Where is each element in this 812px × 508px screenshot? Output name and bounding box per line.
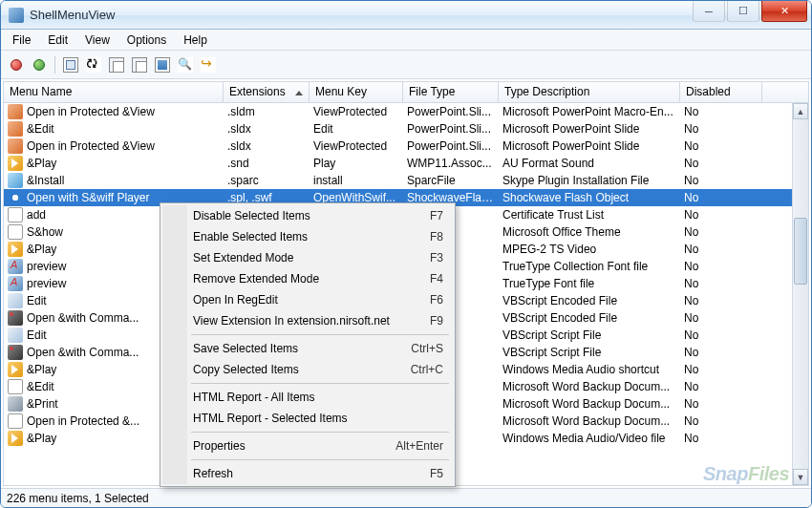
cell-disabled: No xyxy=(680,379,762,394)
cell-disabled: No xyxy=(680,207,762,222)
row-icon xyxy=(8,259,23,274)
maximize-button[interactable]: ☐ xyxy=(727,1,759,22)
scroll-thumb[interactable] xyxy=(794,218,807,285)
cell-disabled: No xyxy=(680,104,762,119)
menu-file[interactable]: File xyxy=(5,32,38,49)
context-menu-separator xyxy=(191,432,449,433)
col-header-menu-name[interactable]: Menu Name xyxy=(4,82,224,102)
row-icon xyxy=(8,345,23,360)
cell-menu-name: Open &with Comma... xyxy=(27,346,139,359)
cell-menu-name: &Install xyxy=(27,174,64,187)
cell-menu-key: install xyxy=(310,173,403,188)
disable-icon[interactable] xyxy=(9,57,24,73)
context-menu-item[interactable]: Remove Extended ModeF4 xyxy=(162,268,453,289)
cell-menu-key: Edit xyxy=(310,121,403,137)
menu-view[interactable]: View xyxy=(77,32,118,49)
close-icon: ✕ xyxy=(780,5,789,17)
find-icon[interactable]: 🔍 xyxy=(178,57,193,73)
cell-type-description: Microsoft Word Backup Docum... xyxy=(499,413,680,429)
cell-extensions: .snd xyxy=(224,156,310,171)
cell-type-description: VBScript Script File xyxy=(499,345,680,360)
cell-disabled: No xyxy=(680,396,762,412)
context-menu-item[interactable]: HTML Report - Selected Items xyxy=(162,408,453,429)
row-icon xyxy=(8,224,23,240)
table-row[interactable]: &Edit.sldxEditPowerPoint.Sli...Microsoft… xyxy=(4,120,808,138)
row-icon xyxy=(8,379,23,394)
context-menu-label: Enable Selected Items xyxy=(193,230,308,243)
col-header-disabled[interactable]: Disabled xyxy=(680,82,762,102)
cell-extensions: .sldm xyxy=(224,104,310,119)
cell-menu-key: ViewProtected xyxy=(310,104,403,119)
cell-file-type: PowerPoint.Sli... xyxy=(403,121,499,137)
context-menu-label: Open In RegEdit xyxy=(193,293,278,307)
scroll-up-button[interactable]: ▲ xyxy=(793,103,808,119)
cell-menu-name: S&how xyxy=(27,225,63,239)
table-row[interactable]: Open in Protected &View.sldmViewProtecte… xyxy=(4,103,808,120)
row-icon xyxy=(8,310,23,326)
refresh-icon[interactable]: 🗘 xyxy=(86,57,101,73)
cell-type-description: TrueType Collection Font file xyxy=(499,259,680,274)
copy-icon[interactable] xyxy=(109,57,124,73)
cell-extensions: .sldx xyxy=(224,121,310,137)
row-icon xyxy=(8,242,23,257)
row-icon xyxy=(8,138,23,154)
enable-icon[interactable] xyxy=(32,57,47,73)
menu-options[interactable]: Options xyxy=(119,32,174,49)
paste-icon[interactable] xyxy=(132,57,147,73)
cell-disabled: No xyxy=(680,413,762,429)
cell-disabled: No xyxy=(680,138,762,154)
window-title: ShellMenuView xyxy=(30,8,693,22)
row-icon xyxy=(8,396,23,412)
cell-extensions: .sldx xyxy=(224,138,310,154)
cell-menu-name: &Edit xyxy=(27,380,54,393)
menu-edit[interactable]: Edit xyxy=(40,32,75,49)
table-row[interactable]: &Play.sndPlayWMP11.Assoc...AU Format Sou… xyxy=(4,155,808,172)
context-menu-item[interactable]: View Extension In extension.nirsoft.netF… xyxy=(162,310,453,331)
properties-icon[interactable] xyxy=(155,57,170,73)
col-header-extensions[interactable]: Extensions xyxy=(224,82,310,102)
row-icon xyxy=(8,121,23,137)
context-menu-label: Save Selected Items xyxy=(193,342,298,355)
cell-disabled: No xyxy=(680,121,762,137)
close-button[interactable]: ✕ xyxy=(761,1,807,22)
cell-menu-name: &Play xyxy=(27,243,56,256)
context-menu-item[interactable]: Open In RegEditF6 xyxy=(162,289,453,310)
col-header-menu-key[interactable]: Menu Key xyxy=(310,82,403,102)
cell-type-description: VBScript Encoded File xyxy=(499,293,680,308)
vertical-scrollbar[interactable]: ▲ ▼ xyxy=(792,103,808,485)
cell-disabled: No xyxy=(680,431,762,446)
col-header-type-description[interactable]: Type Description xyxy=(499,82,680,102)
scroll-down-button[interactable]: ▼ xyxy=(793,469,808,485)
context-menu-item[interactable]: Enable Selected ItemsF8 xyxy=(162,226,453,247)
row-icon xyxy=(8,276,23,291)
row-icon xyxy=(8,413,23,429)
context-menu-item[interactable]: PropertiesAlt+Enter xyxy=(162,435,453,456)
context-menu-item[interactable]: Save Selected ItemsCtrl+S xyxy=(162,338,453,359)
context-menu-shortcut: F3 xyxy=(430,251,443,265)
context-menu-item[interactable]: Copy Selected ItemsCtrl+C xyxy=(162,359,453,380)
cell-menu-name: preview xyxy=(27,277,66,290)
context-menu-label: HTML Report - Selected Items xyxy=(193,412,348,425)
context-menu-item[interactable]: Set Extended ModeF3 xyxy=(162,247,453,268)
menu-help[interactable]: Help xyxy=(176,32,215,49)
cell-menu-name: preview xyxy=(27,260,66,273)
row-icon xyxy=(8,156,23,171)
cell-menu-name: Open &with Comma... xyxy=(27,311,139,325)
table-row[interactable]: &Install.sparcinstallSparcFileSkype Plug… xyxy=(4,172,808,189)
minimize-button[interactable]: ─ xyxy=(693,1,725,22)
context-menu-item[interactable]: HTML Report - All Items xyxy=(162,387,453,408)
save-icon[interactable] xyxy=(63,57,78,73)
table-header: Menu Name Extensions Menu Key File Type … xyxy=(4,82,808,103)
exit-icon[interactable] xyxy=(201,57,216,73)
context-menu-item[interactable]: Disable Selected ItemsF7 xyxy=(162,205,453,226)
cell-menu-name: Edit xyxy=(27,294,47,307)
context-menu-separator xyxy=(191,383,449,384)
cell-type-description: Microsoft PowerPoint Slide xyxy=(499,138,680,154)
row-icon xyxy=(8,190,23,205)
context-menu-item[interactable]: RefreshF5 xyxy=(162,463,453,484)
col-header-file-type[interactable]: File Type xyxy=(403,82,499,102)
cell-file-type: PowerPoint.Sli... xyxy=(403,104,499,119)
row-icon xyxy=(8,362,23,377)
table-row[interactable]: Open in Protected &View.sldxViewProtecte… xyxy=(4,138,808,155)
titlebar[interactable]: ShellMenuView ─ ☐ ✕ xyxy=(1,1,811,30)
